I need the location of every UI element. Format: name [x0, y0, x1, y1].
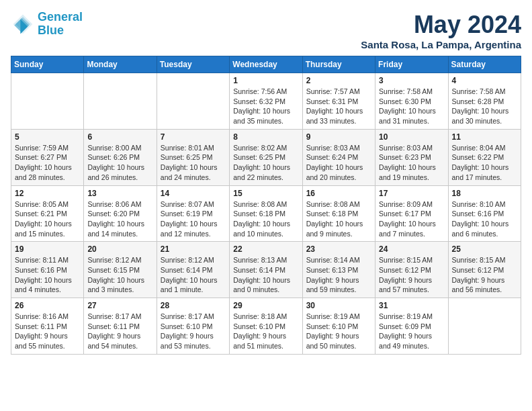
day-info: Sunrise: 8:02 AM Sunset: 6:25 PM Dayligh…	[233, 143, 298, 183]
day-number: 24	[379, 244, 444, 254]
day-number: 29	[233, 301, 298, 310]
day-info: Sunrise: 8:18 AM Sunset: 6:10 PM Dayligh…	[233, 312, 298, 351]
calendar-cell: 31Sunrise: 8:19 AM Sunset: 6:09 PM Dayli…	[375, 298, 448, 355]
calendar-header-sunday: Sunday	[11, 56, 84, 73]
day-number: 20	[87, 244, 152, 254]
calendar-week-1: 1Sunrise: 7:56 AM Sunset: 6:32 PM Daylig…	[11, 73, 521, 130]
calendar-header-wednesday: Wednesday	[230, 56, 302, 73]
day-number: 19	[15, 244, 80, 254]
calendar-cell: 26Sunrise: 8:16 AM Sunset: 6:11 PM Dayli…	[11, 298, 84, 355]
day-info: Sunrise: 8:17 AM Sunset: 6:10 PM Dayligh…	[161, 312, 226, 351]
title-block: May 2024 Santa Rosa, La Pampa, Argentina	[361, 11, 521, 50]
day-number: 13	[87, 189, 152, 198]
calendar-cell: 24Sunrise: 8:15 AM Sunset: 6:12 PM Dayli…	[375, 242, 448, 298]
day-info: Sunrise: 8:04 AM Sunset: 6:22 PM Dayligh…	[452, 143, 517, 183]
logo-text: General Blue	[38, 11, 83, 38]
day-info: Sunrise: 8:15 AM Sunset: 6:12 PM Dayligh…	[452, 255, 517, 295]
day-info: Sunrise: 8:15 AM Sunset: 6:12 PM Dayligh…	[379, 255, 444, 295]
calendar-cell: 29Sunrise: 8:18 AM Sunset: 6:10 PM Dayli…	[230, 298, 302, 355]
calendar-cell: 6Sunrise: 8:00 AM Sunset: 6:26 PM Daylig…	[84, 129, 157, 185]
day-info: Sunrise: 8:00 AM Sunset: 6:26 PM Dayligh…	[87, 143, 152, 183]
calendar-week-3: 12Sunrise: 8:05 AM Sunset: 6:21 PM Dayli…	[11, 185, 521, 242]
day-number: 17	[379, 189, 444, 198]
day-info: Sunrise: 8:19 AM Sunset: 6:10 PM Dayligh…	[306, 312, 371, 351]
day-number: 18	[452, 189, 517, 198]
calendar-cell: 2Sunrise: 7:57 AM Sunset: 6:31 PM Daylig…	[302, 73, 375, 130]
calendar-week-2: 5Sunrise: 7:59 AM Sunset: 6:27 PM Daylig…	[11, 129, 521, 185]
calendar-cell: 25Sunrise: 8:15 AM Sunset: 6:12 PM Dayli…	[448, 242, 521, 298]
calendar-cell: 23Sunrise: 8:14 AM Sunset: 6:13 PM Dayli…	[302, 242, 375, 298]
calendar-cell	[11, 73, 84, 130]
day-info: Sunrise: 8:10 AM Sunset: 6:16 PM Dayligh…	[452, 199, 517, 239]
day-info: Sunrise: 8:07 AM Sunset: 6:19 PM Dayligh…	[161, 199, 226, 239]
day-number: 30	[306, 301, 371, 310]
calendar-cell: 20Sunrise: 8:12 AM Sunset: 6:15 PM Dayli…	[84, 242, 157, 298]
calendar-cell: 22Sunrise: 8:13 AM Sunset: 6:14 PM Dayli…	[230, 242, 302, 298]
day-number: 6	[87, 132, 152, 142]
calendar-cell: 8Sunrise: 8:02 AM Sunset: 6:25 PM Daylig…	[230, 129, 302, 185]
calendar-week-5: 26Sunrise: 8:16 AM Sunset: 6:11 PM Dayli…	[11, 298, 521, 355]
day-number: 28	[161, 301, 226, 310]
calendar-header-thursday: Thursday	[302, 56, 375, 73]
day-number: 3	[379, 76, 444, 85]
location-subtitle: Santa Rosa, La Pampa, Argentina	[361, 39, 521, 50]
calendar-table: SundayMondayTuesdayWednesdayThursdayFrid…	[11, 56, 521, 355]
calendar-header-row: SundayMondayTuesdayWednesdayThursdayFrid…	[11, 56, 521, 73]
calendar-cell: 1Sunrise: 7:56 AM Sunset: 6:32 PM Daylig…	[230, 73, 302, 130]
calendar-cell: 10Sunrise: 8:03 AM Sunset: 6:23 PM Dayli…	[375, 129, 448, 185]
day-info: Sunrise: 8:19 AM Sunset: 6:09 PM Dayligh…	[379, 312, 444, 351]
day-info: Sunrise: 7:56 AM Sunset: 6:32 PM Dayligh…	[233, 87, 298, 126]
calendar-cell: 14Sunrise: 8:07 AM Sunset: 6:19 PM Dayli…	[157, 185, 229, 242]
day-number: 15	[233, 189, 298, 198]
day-number: 1	[233, 76, 298, 85]
month-title: May 2024	[361, 11, 521, 39]
calendar-cell: 7Sunrise: 8:01 AM Sunset: 6:25 PM Daylig…	[157, 129, 229, 185]
day-number: 2	[306, 76, 371, 85]
calendar-cell	[157, 73, 229, 130]
day-number: 7	[161, 132, 226, 142]
calendar-cell: 27Sunrise: 8:17 AM Sunset: 6:11 PM Dayli…	[84, 298, 157, 355]
day-number: 23	[306, 244, 371, 254]
calendar-cell	[448, 298, 521, 355]
day-info: Sunrise: 8:03 AM Sunset: 6:23 PM Dayligh…	[379, 143, 444, 183]
calendar-cell: 13Sunrise: 8:06 AM Sunset: 6:20 PM Dayli…	[84, 185, 157, 242]
calendar-cell: 11Sunrise: 8:04 AM Sunset: 6:22 PM Dayli…	[448, 129, 521, 185]
day-number: 26	[15, 301, 80, 310]
page-header: General Blue May 2024 Santa Rosa, La Pam…	[11, 11, 521, 50]
calendar-cell: 3Sunrise: 7:58 AM Sunset: 6:30 PM Daylig…	[375, 73, 448, 130]
day-number: 14	[161, 189, 226, 198]
day-number: 22	[233, 244, 298, 254]
calendar-cell: 12Sunrise: 8:05 AM Sunset: 6:21 PM Dayli…	[11, 185, 84, 242]
day-number: 4	[452, 76, 517, 85]
calendar-cell: 15Sunrise: 8:08 AM Sunset: 6:18 PM Dayli…	[230, 185, 302, 242]
calendar-header-tuesday: Tuesday	[157, 56, 229, 73]
day-info: Sunrise: 8:11 AM Sunset: 6:16 PM Dayligh…	[15, 255, 80, 295]
day-info: Sunrise: 8:14 AM Sunset: 6:13 PM Dayligh…	[306, 255, 371, 295]
day-info: Sunrise: 7:58 AM Sunset: 6:28 PM Dayligh…	[452, 87, 517, 126]
day-number: 21	[161, 244, 226, 254]
logo: General Blue	[11, 11, 83, 38]
day-info: Sunrise: 8:12 AM Sunset: 6:15 PM Dayligh…	[87, 255, 152, 295]
day-info: Sunrise: 8:01 AM Sunset: 6:25 PM Dayligh…	[161, 143, 226, 183]
day-info: Sunrise: 8:17 AM Sunset: 6:11 PM Dayligh…	[87, 312, 152, 351]
day-info: Sunrise: 7:58 AM Sunset: 6:30 PM Dayligh…	[379, 87, 444, 126]
calendar-cell: 16Sunrise: 8:08 AM Sunset: 6:18 PM Dayli…	[302, 185, 375, 242]
day-info: Sunrise: 8:08 AM Sunset: 6:18 PM Dayligh…	[233, 199, 298, 239]
calendar-cell: 18Sunrise: 8:10 AM Sunset: 6:16 PM Dayli…	[448, 185, 521, 242]
calendar-cell: 9Sunrise: 8:03 AM Sunset: 6:24 PM Daylig…	[302, 129, 375, 185]
day-info: Sunrise: 8:16 AM Sunset: 6:11 PM Dayligh…	[15, 312, 80, 351]
day-info: Sunrise: 8:13 AM Sunset: 6:14 PM Dayligh…	[233, 255, 298, 295]
calendar-cell: 4Sunrise: 7:58 AM Sunset: 6:28 PM Daylig…	[448, 73, 521, 130]
calendar-header-saturday: Saturday	[448, 56, 521, 73]
calendar-cell: 19Sunrise: 8:11 AM Sunset: 6:16 PM Dayli…	[11, 242, 84, 298]
calendar-cell: 30Sunrise: 8:19 AM Sunset: 6:10 PM Dayli…	[302, 298, 375, 355]
day-number: 16	[306, 189, 371, 198]
calendar-cell: 5Sunrise: 7:59 AM Sunset: 6:27 PM Daylig…	[11, 129, 84, 185]
day-number: 12	[15, 189, 80, 198]
day-info: Sunrise: 8:03 AM Sunset: 6:24 PM Dayligh…	[306, 143, 371, 183]
calendar-cell: 21Sunrise: 8:12 AM Sunset: 6:14 PM Dayli…	[157, 242, 229, 298]
calendar-cell	[84, 73, 157, 130]
calendar-cell: 28Sunrise: 8:17 AM Sunset: 6:10 PM Dayli…	[157, 298, 229, 355]
calendar-week-4: 19Sunrise: 8:11 AM Sunset: 6:16 PM Dayli…	[11, 242, 521, 298]
day-info: Sunrise: 8:12 AM Sunset: 6:14 PM Dayligh…	[161, 255, 226, 295]
